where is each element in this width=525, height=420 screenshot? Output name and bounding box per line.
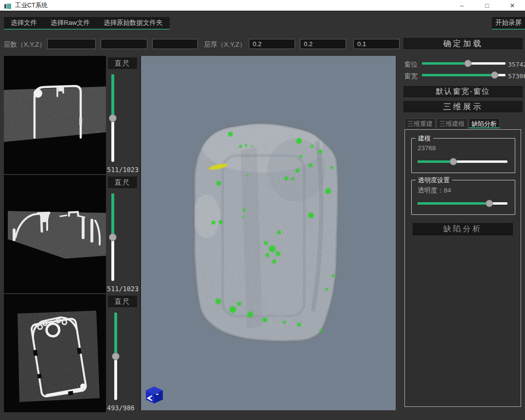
slider-handle[interactable]: [450, 158, 457, 165]
slice-bottom-slider[interactable]: [112, 313, 120, 400]
slice-middle-position: 511/1023: [107, 285, 139, 293]
defect-analysis-panel: 建模 23768 透明度设置 透明度：84 缺陷分析: [404, 129, 521, 407]
opacity-group-title: 透明度设置: [416, 176, 452, 185]
slider-handle[interactable]: [109, 233, 117, 241]
opacity-group: 透明度设置 透明度：84: [411, 180, 515, 215]
slider-handle[interactable]: [109, 114, 117, 122]
layers-x-input[interactable]: [47, 39, 96, 49]
slice-top-position: 511/1023: [107, 166, 139, 174]
confirm-load-button[interactable]: 确定加载: [403, 38, 523, 49]
start-record-button[interactable]: 开始录屏: [492, 17, 525, 30]
window-width-value: 57306: [508, 72, 525, 80]
opacity-slider[interactable]: [418, 200, 508, 207]
thickness-x-input[interactable]: [249, 39, 295, 49]
ruler-button-middle[interactable]: 直尺: [108, 176, 137, 188]
slice-bottom-view[interactable]: [4, 294, 106, 412]
ct-volume-render: [141, 56, 396, 409]
titlebar: 工业CT系统 – □ ✕: [0, 0, 525, 11]
file-toolbar: 选择文件 选择Raw文件 选择原始数据文件夹: [4, 17, 170, 30]
tab-defect-analysis[interactable]: 缺陷分析: [469, 118, 500, 128]
slider-handle[interactable]: [491, 71, 498, 79]
show-3d-button[interactable]: 三维展示: [403, 101, 523, 112]
window-level-slider[interactable]: [422, 60, 506, 67]
layers-z-input[interactable]: [152, 39, 198, 49]
modeling-group-title: 建模: [416, 134, 433, 143]
slice-top-view[interactable]: [4, 56, 106, 174]
defect-analysis-button[interactable]: 缺陷分析: [413, 223, 513, 235]
tab-3d-modeling[interactable]: 三维建模: [437, 118, 468, 128]
thickness-z-input[interactable]: [353, 39, 400, 49]
slice-middle-slider[interactable]: [109, 193, 117, 281]
minimize-button[interactable]: –: [449, 0, 474, 11]
maximize-button[interactable]: □: [474, 0, 500, 11]
layers-label: 层数（X,Y,Z）: [4, 40, 46, 49]
slice-top-slider[interactable]: [109, 74, 117, 162]
slider-handle[interactable]: [464, 60, 472, 67]
tab-3d-reconstruction[interactable]: 三维重建: [404, 118, 436, 128]
modeling-value: 23768: [418, 144, 436, 152]
opacity-value: 透明度：84: [418, 186, 451, 195]
modeling-slider[interactable]: [418, 158, 508, 165]
thickness-label: 层厚（X,Y,Z）: [204, 40, 246, 49]
ruler-button-top[interactable]: 直尺: [108, 57, 137, 69]
window-level-value: 35742: [508, 61, 525, 68]
close-button[interactable]: ✕: [500, 0, 525, 11]
modeling-group: 建模 23768: [411, 138, 515, 173]
window-width-slider[interactable]: [422, 71, 506, 79]
slider-handle[interactable]: [112, 352, 120, 360]
slice-bottom-position: 493/986: [107, 404, 139, 412]
viewer-logo-icon: [143, 384, 165, 405]
slider-handle[interactable]: [486, 200, 493, 207]
analysis-tabs: 三维重建 三维建模 缺陷分析: [404, 118, 501, 128]
window-width-label: 窗宽: [404, 72, 418, 81]
app-icon: [4, 2, 11, 8]
window-level-label: 窗位: [404, 60, 418, 69]
ruler-button-bottom[interactable]: 直尺: [108, 296, 137, 307]
select-file-button[interactable]: 选择文件: [4, 17, 44, 29]
slice-middle-view[interactable]: [4, 175, 106, 293]
select-raw-folder-button[interactable]: 选择原始数据文件夹: [97, 17, 170, 29]
window-title: 工业CT系统: [15, 1, 48, 10]
default-window-button[interactable]: 默认窗宽-窗位: [403, 86, 523, 97]
select-raw-file-button[interactable]: 选择Raw文件: [44, 17, 97, 29]
layers-y-input[interactable]: [101, 39, 147, 49]
thickness-y-input[interactable]: [300, 39, 346, 49]
viewport-3d[interactable]: [140, 56, 396, 410]
